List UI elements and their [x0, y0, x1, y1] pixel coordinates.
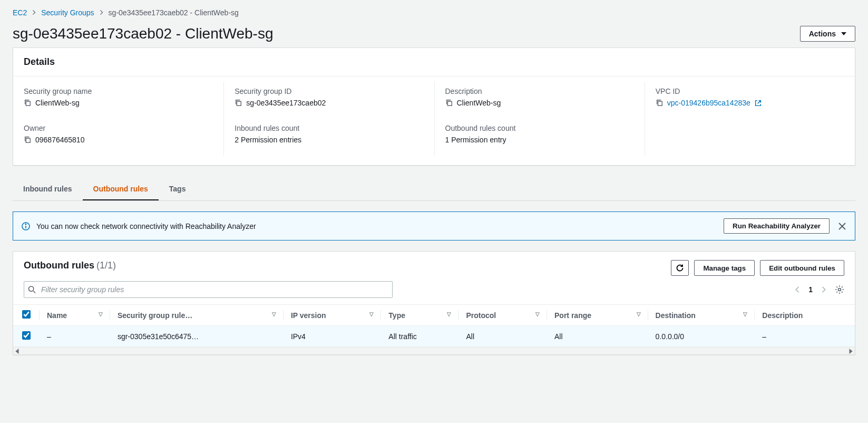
manage-tags-button[interactable]: Manage tags: [694, 260, 755, 276]
chevron-right-icon: [100, 8, 103, 17]
tab-outbound-rules[interactable]: Outbound rules: [83, 178, 159, 200]
col-port-range[interactable]: Port range▽: [547, 305, 648, 326]
sg-id-value: sg-0e3435ee173caeb02: [246, 99, 326, 107]
horizontal-scrollbar[interactable]: [13, 347, 855, 354]
vpc-id-link[interactable]: vpc-019426b95ca14283e: [667, 99, 750, 107]
cell-ip-version: IPv4: [284, 326, 381, 347]
col-destination[interactable]: Destination▽: [648, 305, 755, 326]
description-label: Description: [445, 87, 634, 95]
breadcrumb-ec2[interactable]: EC2: [13, 8, 27, 17]
svg-rect-0: [26, 101, 30, 105]
col-protocol[interactable]: Protocol▽: [459, 305, 547, 326]
filter-input[interactable]: [24, 281, 393, 298]
page-number: 1: [808, 285, 813, 294]
next-page-button[interactable]: [820, 286, 827, 293]
breadcrumb: EC2 Security Groups sg-0e3435ee173caeb02…: [13, 6, 855, 25]
gear-icon[interactable]: [835, 285, 844, 294]
cell-rule-id: sgr-0305e31e50c6475…: [110, 326, 284, 347]
details-panel: Details Security group name ClientWeb-sg…: [13, 47, 855, 166]
external-link-icon: [755, 100, 762, 107]
copy-icon[interactable]: [235, 99, 242, 107]
breadcrumb-current: sg-0e3435ee173caeb02 - ClientWeb-sg: [109, 8, 239, 17]
svg-rect-4: [26, 138, 30, 142]
sg-name-label: Security group name: [24, 87, 213, 95]
description-value: ClientWeb-sg: [457, 99, 501, 107]
inbound-count-value: 2 Permission entries: [235, 136, 301, 144]
owner-label: Owner: [24, 124, 213, 132]
chevron-right-icon: [32, 8, 36, 17]
table-row[interactable]: – sgr-0305e31e50c6475… IPv4 All traffic …: [13, 326, 855, 347]
col-ip-version[interactable]: IP version▽: [284, 305, 381, 326]
col-name[interactable]: Name▽: [40, 305, 110, 326]
col-rule-id[interactable]: Security group rule…▽: [110, 305, 284, 326]
svg-point-7: [25, 224, 26, 224]
select-all-checkbox[interactable]: [22, 310, 31, 319]
tabs: Inbound rules Outbound rules Tags: [13, 178, 855, 201]
sg-name-value: ClientWeb-sg: [35, 99, 80, 107]
svg-rect-1: [237, 101, 241, 105]
outbound-count-label: Outbound rules count: [445, 124, 634, 132]
search-icon: [28, 286, 36, 294]
outbound-rules-table: Name▽ Security group rule…▽ IP version▽ …: [13, 304, 855, 347]
prev-page-button[interactable]: [794, 286, 801, 293]
tab-tags[interactable]: Tags: [159, 178, 197, 200]
page-title: sg-0e3435ee173caeb02 - ClientWeb-sg: [13, 25, 273, 42]
details-heading: Details: [24, 56, 844, 68]
copy-icon[interactable]: [445, 99, 453, 107]
cell-type: All traffic: [381, 326, 459, 347]
svg-point-10: [28, 286, 33, 291]
actions-button-label: Actions: [809, 30, 836, 38]
refresh-icon: [676, 264, 684, 272]
svg-line-11: [33, 291, 35, 293]
vpc-id-label: VPC ID: [656, 87, 844, 95]
banner-text: You can now check network connectivity w…: [36, 222, 256, 230]
copy-icon[interactable]: [656, 99, 663, 107]
breadcrumb-security-groups[interactable]: Security Groups: [41, 8, 94, 17]
inbound-count-label: Inbound rules count: [235, 124, 423, 132]
reachability-banner: You can now check network connectivity w…: [13, 211, 855, 241]
svg-rect-3: [658, 101, 662, 105]
rules-count: (1/1): [96, 260, 116, 271]
copy-icon[interactable]: [24, 99, 31, 107]
svg-point-12: [838, 289, 841, 291]
owner-value: 096876465810: [35, 136, 84, 144]
col-type[interactable]: Type▽: [381, 305, 459, 326]
close-icon[interactable]: [838, 222, 846, 230]
sg-id-label: Security group ID: [235, 87, 423, 95]
svg-rect-2: [447, 101, 452, 105]
cell-protocol: All: [459, 326, 547, 347]
outbound-count-value: 1 Permission entry: [445, 136, 506, 144]
refresh-button[interactable]: [671, 260, 689, 276]
row-checkbox[interactable]: [22, 331, 31, 340]
cell-destination: 0.0.0.0/0: [648, 326, 755, 347]
copy-icon[interactable]: [24, 136, 31, 143]
tab-inbound-rules[interactable]: Inbound rules: [13, 178, 83, 200]
scroll-right-icon: [848, 349, 853, 354]
cell-name: –: [40, 326, 110, 347]
cell-description: –: [755, 326, 855, 347]
scroll-left-icon: [15, 349, 20, 354]
info-icon: [22, 222, 30, 230]
caret-down-icon: [841, 31, 846, 36]
edit-outbound-rules-button[interactable]: Edit outbound rules: [760, 260, 844, 276]
outbound-rules-panel: Outbound rules (1/1) Manage tags Edit ou…: [13, 251, 855, 355]
run-reachability-analyzer-button[interactable]: Run Reachability Analyzer: [724, 218, 830, 234]
actions-button[interactable]: Actions: [800, 26, 855, 42]
rules-title: Outbound rules: [24, 260, 94, 271]
cell-port-range: All: [547, 326, 648, 347]
col-description[interactable]: Description: [755, 305, 855, 326]
